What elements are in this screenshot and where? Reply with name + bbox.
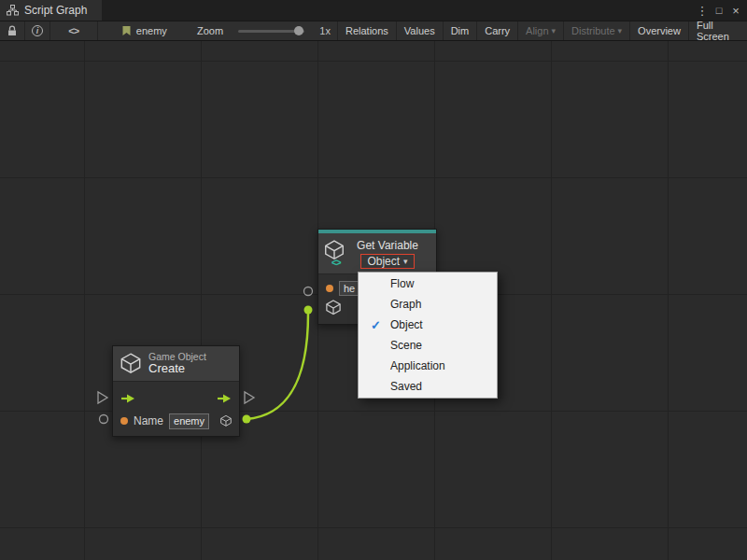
code-icon: <> [68,25,78,36]
node-title: Get Variable [357,239,418,252]
tab-script-graph[interactable]: Script Graph [0,0,102,21]
value-port-dot[interactable] [326,285,333,292]
node-title: Create [148,362,206,376]
flow-input-arrow-icon[interactable] [120,394,135,403]
menu-item-flow[interactable]: Flow [359,273,497,294]
titlebar-drag-area [102,0,695,21]
values-button[interactable]: Values [396,21,443,40]
maximize-icon[interactable]: □ [712,5,726,16]
cube-icon [120,353,141,374]
value-output-endpoint-connected[interactable] [243,415,251,424]
info-button[interactable]: i [25,21,50,40]
zoom-label: Zoom [190,21,230,40]
distribute-button[interactable]: Distribute ▾ [563,21,629,40]
graph-toolbar: i <> enemy Zoom 1x Relations Values Dim … [0,21,747,41]
cube-output-icon[interactable] [220,413,232,428]
value-input-endpoint[interactable] [100,415,108,424]
chevron-down-icon: ▾ [403,257,408,266]
relations-button[interactable]: Relations [337,21,396,40]
scope-dropdown-menu: Flow Graph ✓ Object Scene Application Sa… [358,272,498,399]
lock-button[interactable] [0,21,25,40]
menu-item-application[interactable]: Application [359,356,497,376]
menu-item-graph[interactable]: Graph [359,294,497,315]
chevron-down-icon: ▾ [552,26,557,35]
graph-canvas[interactable]: <> Get Variable Object ▾ he [0,41,747,560]
code-view-button[interactable]: <> [50,21,98,40]
tab-title: Script Graph [24,4,87,17]
graph-bookmark-icon [121,25,132,36]
code-icon: <> [331,258,341,268]
name-port-label: Name [134,414,163,427]
flow-input-endpoint[interactable] [98,392,107,403]
flow-output-arrow-icon[interactable] [217,394,232,403]
info-icon: i [32,25,43,36]
carry-button[interactable]: Carry [476,21,517,40]
menu-item-saved[interactable]: Saved [359,376,497,397]
variable-value-endpoint-connected[interactable] [304,306,313,315]
value-port-dot[interactable] [120,417,128,425]
zoom-slider[interactable] [238,30,304,33]
graph-name: enemy [136,25,167,36]
node-create-game-object[interactable]: Game Object Create Name enemy [112,345,240,437]
variable-name-endpoint[interactable] [304,287,313,296]
menu-item-object[interactable]: ✓ Object [359,315,497,335]
window-menu-icon[interactable]: ⋮ [695,4,710,18]
titlebar: Script Graph ⋮ □ × [0,0,747,21]
zoom-value: 1x [313,21,337,40]
dim-button[interactable]: Dim [443,21,477,40]
menu-item-scene[interactable]: Scene [359,335,497,356]
align-button[interactable]: Align ▾ [517,21,563,40]
overview-button[interactable]: Overview [629,21,688,40]
chevron-down-icon: ▾ [618,26,623,35]
graph-icon [7,5,19,16]
fullscreen-button[interactable]: Full Screen [688,21,747,40]
name-value-input[interactable]: enemy [169,413,209,429]
connection-wire[interactable] [247,314,308,419]
variable-scope-dropdown[interactable]: Object ▾ [360,254,414,269]
cube-output-icon[interactable] [326,300,341,315]
close-icon[interactable]: × [728,4,743,18]
check-icon: ✓ [369,318,383,332]
flow-output-endpoint[interactable] [245,392,254,403]
lock-icon [7,25,18,36]
zoom-slider-handle[interactable] [294,26,303,35]
graph-breadcrumb[interactable]: enemy [115,21,174,40]
